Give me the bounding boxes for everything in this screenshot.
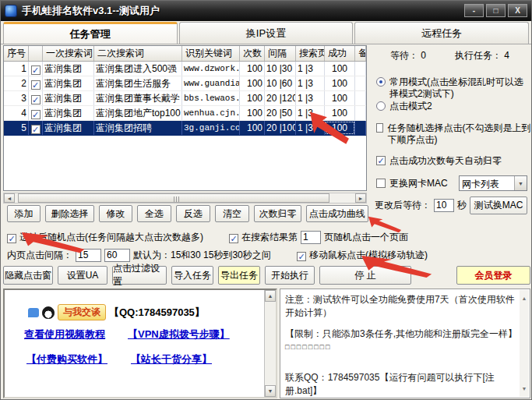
set-ua-button[interactable]: 设置UA bbox=[58, 266, 107, 285]
mouse-move-option[interactable]: ✓ 移动鼠标点击(模拟移动轨迹) bbox=[297, 248, 428, 262]
mode1-radio-option[interactable]: 常用模式(点击坐标混乱时可以选择模式2测试下) bbox=[376, 76, 532, 100]
result-page-suffix: 页随机点击一个页面 bbox=[324, 231, 408, 244]
result-page-input[interactable] bbox=[301, 231, 321, 244]
col-header-success[interactable]: 成功 bbox=[325, 46, 355, 61]
notice-line-contact: 联系QQ：1784597035【运行有问题可以执行下[注册.bat]】 bbox=[285, 371, 519, 398]
row-checkbox[interactable]: ✓ bbox=[29, 106, 43, 120]
click-filter-button[interactable]: 点击过滤设置 bbox=[112, 266, 167, 285]
cell-times: 100 bbox=[240, 106, 265, 120]
chevron-down-icon[interactable]: ▼ bbox=[514, 176, 527, 190]
stop-button[interactable]: 停 止 bbox=[319, 266, 411, 285]
success-curve-button[interactable]: 点击成功曲线 bbox=[306, 205, 368, 222]
start-button[interactable]: 开始执行 bbox=[265, 266, 315, 285]
cell-kw2: 蓝润集团董事长戴学 bbox=[94, 91, 182, 105]
change-mac-checkbox[interactable] bbox=[376, 179, 386, 188]
col-header-kw1[interactable]: 一次搜索词 bbox=[43, 46, 94, 61]
cell-num: 2 bbox=[4, 76, 29, 90]
invert-select-button[interactable]: 反选 bbox=[176, 205, 210, 222]
col-header-num[interactable]: 序号 bbox=[4, 46, 29, 61]
random-click-checkbox[interactable]: ✓ bbox=[7, 234, 16, 243]
result-page-option[interactable]: ✓ 在搜索结果第 页随机点击一个页面 bbox=[229, 230, 408, 244]
tab-remote-task[interactable]: 远程任务 bbox=[354, 22, 529, 44]
mac-wait-label: 更改后等待： bbox=[375, 199, 431, 212]
row-checkbox[interactable]: ✓ bbox=[29, 91, 43, 105]
import-tasks-button[interactable]: 导入任务 bbox=[171, 266, 213, 285]
select-all-button[interactable]: 全选 bbox=[137, 205, 171, 222]
clear-button[interactable]: 清空 bbox=[215, 205, 249, 222]
title-bar: 手机蛙排名软件v3.1--测试用户 - □ X bbox=[1, 1, 531, 21]
table-row[interactable]: 2 ✓ 蓝润集团 蓝润集团生活服务 www.guandian 100 10 |6… bbox=[4, 76, 366, 91]
scroll-down-icon[interactable]: ▼ bbox=[522, 382, 527, 395]
auto-reset-checkbox[interactable]: ✓ bbox=[376, 156, 386, 165]
scroll-up-icon[interactable]: ▲ bbox=[522, 292, 527, 305]
auto-reset-option[interactable]: ✓ 点击成功次数每天自动归零 bbox=[376, 155, 532, 167]
random-task-option[interactable]: 任务随机选择点击(不勾选则是上到下顺序点击) bbox=[376, 122, 532, 146]
chat-with-me-button[interactable]: 与我交谈 bbox=[58, 304, 106, 320]
delete-selected-button[interactable]: 删除选择 bbox=[45, 205, 94, 222]
mode2-label: 点击模式2 bbox=[389, 101, 432, 112]
vpn-steps-link[interactable]: 【VPN虚拟拨号步骤】 bbox=[128, 327, 230, 342]
row-checkbox[interactable]: ✓ bbox=[29, 62, 43, 76]
inner-interval-min-input[interactable] bbox=[76, 249, 101, 262]
table-row-selected[interactable]: 5 ✓ 蓝润集团 蓝润集团招聘 3g.ganji.com 100 20 |100… bbox=[4, 121, 366, 136]
result-page-checkbox[interactable]: ✓ bbox=[229, 234, 238, 243]
col-header-times[interactable]: 次数 bbox=[240, 46, 265, 61]
modify-button[interactable]: 修改 bbox=[99, 205, 132, 222]
hide-click-window-button[interactable]: 隐藏点击窗 bbox=[3, 266, 53, 285]
scroll-down-icon[interactable]: ▼ bbox=[265, 385, 276, 397]
close-button[interactable]: X bbox=[508, 4, 527, 17]
scroll-up-icon[interactable]: ▲ bbox=[265, 290, 276, 302]
scroll-right-icon[interactable]: ► bbox=[355, 193, 366, 203]
cell-remark bbox=[355, 91, 366, 105]
member-login-button[interactable]: 会员登录 bbox=[456, 266, 530, 285]
mac-wait-input[interactable] bbox=[434, 199, 454, 212]
mouse-move-checkbox[interactable]: ✓ bbox=[297, 252, 306, 261]
col-header-check[interactable] bbox=[29, 46, 43, 61]
inner-interval-max-input[interactable] bbox=[104, 249, 130, 262]
promo-vscrollbar[interactable]: ▲ ▼ bbox=[264, 290, 276, 397]
tab-task-manage[interactable]: 任务管理 bbox=[3, 22, 178, 44]
buy-software-link[interactable]: 【付费购买软件】 bbox=[26, 352, 107, 366]
col-header-interval[interactable]: 间隔 bbox=[265, 46, 296, 61]
row-checkbox[interactable]: ✓ bbox=[29, 76, 43, 90]
hscroll-thumb[interactable] bbox=[18, 193, 329, 203]
video-tutorial-link[interactable]: 查看使用视频教程 bbox=[24, 327, 105, 342]
maximize-button[interactable]: □ bbox=[486, 4, 506, 17]
tab-ip-settings[interactable]: 换IP设置 bbox=[179, 22, 354, 44]
reset-count-button[interactable]: 次数归零 bbox=[254, 205, 301, 222]
table-hscrollbar[interactable]: ◄ ► bbox=[3, 193, 367, 204]
col-header-remark[interactable]: 备注 bbox=[355, 46, 366, 61]
scroll-left-icon[interactable]: ◄ bbox=[4, 193, 15, 203]
mode1-radio[interactable] bbox=[376, 77, 386, 87]
cell-ident: bbs.lewaos.c bbox=[182, 91, 240, 105]
table-row[interactable]: 3 ✓ 蓝润集团 蓝润集团董事长戴学 bbs.lewaos.c 100 20 |… bbox=[4, 91, 366, 106]
col-header-page[interactable]: 搜索页 bbox=[296, 46, 325, 61]
export-tasks-button[interactable]: 导出任务 bbox=[218, 266, 260, 285]
col-header-ident[interactable]: 识别关键词 bbox=[182, 46, 240, 61]
cell-kw2: 蓝润集团地产top100 bbox=[94, 106, 182, 120]
webmaster-share-link[interactable]: 【站长干货分享】 bbox=[131, 352, 212, 366]
mode2-radio[interactable] bbox=[376, 101, 386, 111]
cell-remark bbox=[355, 76, 366, 90]
nic-list-dropdown[interactable]: 网卡列表 ▼ bbox=[459, 175, 527, 191]
col-header-kw2[interactable]: 二次搜索词 bbox=[94, 46, 182, 61]
cell-ident: 3g.ganji.com bbox=[182, 121, 240, 135]
add-button[interactable]: 添加 bbox=[7, 205, 41, 222]
test-mac-button[interactable]: 测试换MAC bbox=[470, 196, 527, 214]
mouse-move-label: 移动鼠标点击(模拟移动轨迹) bbox=[309, 249, 428, 262]
cell-interval: 10 |30 bbox=[265, 62, 296, 76]
cell-kw1: 蓝润集团 bbox=[43, 76, 94, 90]
random-task-checkbox[interactable] bbox=[376, 123, 383, 133]
row-checkbox[interactable]: ✓ bbox=[29, 121, 43, 135]
random-click-option[interactable]: ✓ 进站后随机点击(任务间隔越大点击次数越多) bbox=[7, 230, 203, 244]
qq-penguin-icon bbox=[42, 306, 55, 319]
table-row[interactable]: 4 ✓ 蓝润集团 蓝润集团地产top100 wenhua.cjn.c 100 2… bbox=[4, 106, 366, 121]
qq-contact[interactable]: 与我交谈 【QQ:1784597035】 bbox=[28, 304, 205, 320]
table-row[interactable]: 1 ✓ 蓝润集团 蓝润集团进入500强 www.dzwork.n 100 10 … bbox=[4, 62, 366, 76]
cell-remark bbox=[355, 62, 366, 76]
cell-page: 1 |3 bbox=[296, 121, 325, 135]
table-toolbar: 添加 删除选择 修改 全选 反选 清空 次数归零 点击成功曲线 bbox=[7, 205, 368, 222]
mode2-radio-option[interactable]: 点击模式2 bbox=[376, 101, 532, 112]
minimize-button[interactable]: - bbox=[464, 4, 484, 17]
notice-vscrollbar[interactable]: ▲ ▼ bbox=[520, 290, 529, 397]
